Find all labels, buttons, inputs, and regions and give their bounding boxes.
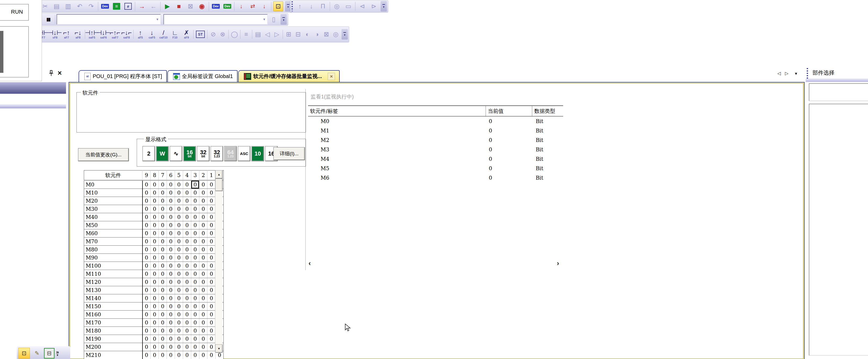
- bit-cell[interactable]: 0: [143, 221, 151, 229]
- bit-cell[interactable]: 0: [191, 327, 199, 335]
- bit-cell[interactable]: 0: [143, 343, 151, 351]
- bitgrid-device-cell[interactable]: M160: [84, 311, 143, 319]
- tab-3[interactable]: 软元件/缓冲存储器批量监视...×: [238, 70, 340, 82]
- bitgrid-device-cell[interactable]: M20: [84, 197, 143, 205]
- bit-cell[interactable]: 0: [167, 327, 175, 335]
- ladder-line-icon[interactable]: ∟F10: [169, 29, 181, 39]
- trace-rising-trigger-icon[interactable]: ↑: [294, 1, 305, 11]
- ladder-pulse-close-branch-icon[interactable]: ⌐↓⌐saF8: [121, 29, 132, 39]
- comment-display-icon[interactable]: ◐: [303, 29, 312, 39]
- bit-cell[interactable]: 0: [208, 221, 216, 229]
- bit-cell[interactable]: 0: [167, 189, 175, 197]
- bit-cell[interactable]: 0: [208, 262, 216, 270]
- bit-cell[interactable]: 0: [151, 221, 159, 229]
- bit-cell[interactable]: 0: [175, 213, 183, 221]
- format-word-button[interactable]: W: [156, 146, 169, 161]
- bitgrid-device-cell[interactable]: M200: [84, 343, 143, 351]
- bit-cell[interactable]: 0: [143, 302, 151, 311]
- bit-cell[interactable]: 0: [167, 254, 175, 262]
- bit-cell[interactable]: 0: [143, 286, 151, 294]
- bitgrid-scrollbar[interactable]: ▲ ▼: [215, 170, 222, 353]
- scroll-up-icon[interactable]: ▲: [215, 170, 223, 178]
- bit-cell[interactable]: 0: [151, 319, 159, 327]
- bit-cell[interactable]: 0: [199, 197, 208, 205]
- paste-icon[interactable]: ▥: [63, 1, 73, 11]
- bitgrid-device-cell[interactable]: M50: [84, 221, 143, 229]
- trace-start-icon[interactable]: ⊲: [357, 1, 368, 11]
- pane-splitter[interactable]: [305, 89, 306, 270]
- bit-cell[interactable]: 0: [183, 286, 191, 294]
- bit-cell[interactable]: 0: [175, 351, 183, 359]
- bit-cell[interactable]: 0: [143, 319, 151, 327]
- bit-cell[interactable]: 0: [183, 278, 191, 286]
- watch-column-header[interactable]: 软元件/标签: [308, 106, 486, 117]
- bit-cell[interactable]: 0: [183, 294, 191, 302]
- bit-cell[interactable]: 0: [151, 229, 159, 237]
- monitor-start-icon[interactable]: ▶: [162, 1, 173, 11]
- bit-cell[interactable]: 0: [183, 205, 191, 213]
- bit-cell[interactable]: 0: [208, 246, 216, 254]
- bitgrid-device-cell[interactable]: M80: [84, 246, 143, 254]
- monitor-mode-icon[interactable]: ⊡: [273, 1, 284, 11]
- bit-cell[interactable]: 0: [151, 189, 159, 197]
- bit-cell[interactable]: 0: [175, 302, 183, 311]
- remote-operation-icon[interactable]: ↓: [259, 1, 270, 11]
- bit-cell[interactable]: 0: [151, 294, 159, 302]
- bitgrid-device-cell[interactable]: M90: [84, 254, 143, 262]
- pc-connection-icon[interactable]: ⊟: [44, 348, 55, 358]
- bit-cell[interactable]: 0: [208, 197, 216, 205]
- bit-cell[interactable]: 0: [199, 181, 208, 189]
- bit-cell[interactable]: 0: [167, 278, 175, 286]
- statement-display-icon[interactable]: ◑: [312, 29, 321, 39]
- bit-cell[interactable]: 0: [175, 278, 183, 286]
- bit-cell[interactable]: 0: [151, 270, 159, 278]
- bit-cell[interactable]: 0: [151, 246, 159, 254]
- scrollbar-thumb[interactable]: [215, 178, 223, 191]
- bit-cell[interactable]: 0: [208, 286, 216, 294]
- bit-cell[interactable]: 0: [167, 270, 175, 278]
- bit-cell[interactable]: 0: [143, 181, 151, 189]
- bit-cell[interactable]: 0: [151, 302, 159, 311]
- bit-cell[interactable]: 0: [143, 213, 151, 221]
- bit-cell[interactable]: 0: [191, 254, 199, 262]
- format-ascii-button[interactable]: ASC: [238, 146, 250, 161]
- bit-cell[interactable]: 0: [199, 205, 208, 213]
- bit-cell[interactable]: 0: [208, 237, 216, 246]
- fb-selection-icon[interactable]: #: [123, 1, 133, 11]
- bit-cell[interactable]: 0: [199, 319, 208, 327]
- ladder-close-branch-icon[interactable]: ⌐↓aF8: [72, 29, 84, 39]
- bit-cell[interactable]: 0: [191, 221, 199, 229]
- bit-cell[interactable]: 0: [143, 294, 151, 302]
- format-32bit-button[interactable]: 32bit: [197, 146, 210, 161]
- bitgrid-device-cell[interactable]: M60: [84, 229, 143, 237]
- chevron-down-icon[interactable]: ▼: [262, 16, 267, 23]
- ladder-delete-line-icon[interactable]: ✗aF9: [181, 29, 192, 39]
- bit-cell[interactable]: 0: [143, 278, 151, 286]
- watch-scroll-right-icon[interactable]: ›: [557, 259, 559, 267]
- bit-cell[interactable]: 0: [175, 189, 183, 197]
- bit-cell[interactable]: 0: [191, 262, 199, 270]
- bit-cell[interactable]: 0: [159, 181, 167, 189]
- bit-cell[interactable]: 0: [199, 278, 208, 286]
- bit-cell[interactable]: 0: [191, 270, 199, 278]
- bit-cell[interactable]: 0: [167, 181, 175, 189]
- bit-cell[interactable]: 0: [159, 237, 167, 246]
- watch-column-header[interactable]: 数据类型: [532, 106, 563, 117]
- watch-row[interactable]: M40Bit: [308, 154, 563, 164]
- bit-cell[interactable]: 0: [175, 311, 183, 319]
- bit-cell[interactable]: 0: [175, 335, 183, 343]
- bit-cell[interactable]: 0: [199, 262, 208, 270]
- toolbar-overflow-button[interactable]: ▾: [342, 29, 348, 39]
- format-decimal-button[interactable]: 10: [251, 146, 264, 161]
- bit-cell[interactable]: 0: [151, 343, 159, 351]
- bitgrid-device-cell[interactable]: M100: [84, 262, 143, 270]
- bit-cell[interactable]: 0: [191, 229, 199, 237]
- bitgrid-device-cell[interactable]: M0: [84, 181, 143, 189]
- bit-cell[interactable]: 0: [183, 197, 191, 205]
- bit-cell[interactable]: 0: [159, 351, 167, 359]
- format-binary-button[interactable]: 2: [143, 146, 155, 161]
- bit-cell[interactable]: 0: [167, 221, 175, 229]
- bit-cell[interactable]: 0: [159, 278, 167, 286]
- bit-cell[interactable]: 0: [151, 197, 159, 205]
- bit-cell[interactable]: 0: [159, 311, 167, 319]
